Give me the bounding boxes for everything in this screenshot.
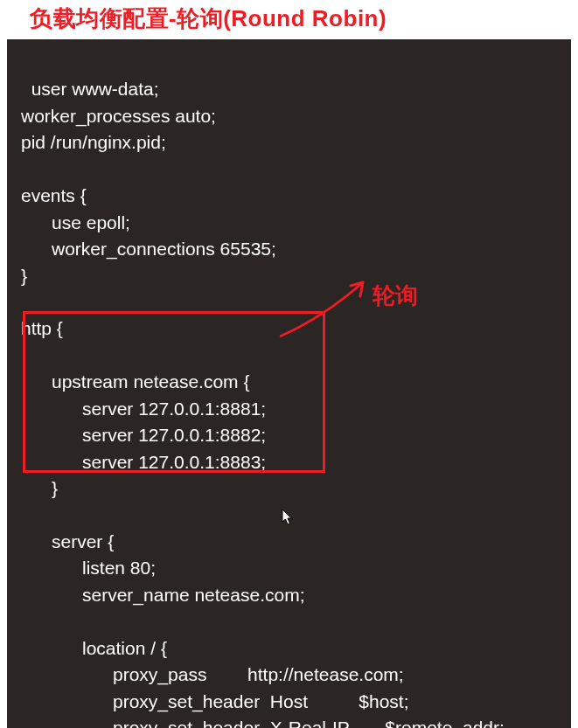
cursor-icon — [282, 509, 294, 526]
arrow-icon — [275, 274, 380, 343]
page-title: 负载均衡配置-轮询(Round Robin) — [0, 0, 578, 39]
annotation-label: 轮询 — [373, 280, 418, 313]
code-block: user www-data; worker_processes auto; pi… — [7, 39, 571, 728]
highlight-box — [23, 311, 325, 473]
code-content: user www-data; worker_processes auto; pi… — [21, 79, 505, 728]
